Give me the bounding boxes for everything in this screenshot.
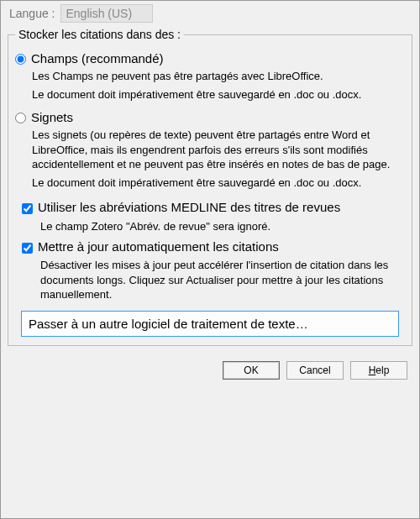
option-autoupdate-desc: Désactiver les mises à jour peut accélér… xyxy=(40,258,400,302)
option-medline-desc: Le champ Zotero "Abrév. de revue" sera i… xyxy=(40,219,400,234)
language-value: English (US) xyxy=(66,7,133,20)
option-bookmarks-desc2: Le document doit impérativement être sau… xyxy=(32,176,400,191)
store-citations-group: Stocker les citations dans des : Champs … xyxy=(8,28,412,346)
radio-fields[interactable] xyxy=(15,54,26,65)
checkbox-medline[interactable] xyxy=(22,203,33,214)
option-medline-title: Utiliser les abréviations MEDLINE des ti… xyxy=(38,200,340,216)
option-medline[interactable]: Utiliser les abréviations MEDLINE des ti… xyxy=(13,200,407,216)
option-bookmarks-title: Signets xyxy=(31,110,73,124)
language-row: Langue : English (US) xyxy=(1,1,419,28)
option-fields-desc1: Les Champs ne peuvent pas être partagés … xyxy=(32,69,400,84)
language-select[interactable]: English (US) xyxy=(60,4,153,23)
radio-bookmarks[interactable] xyxy=(15,113,26,123)
option-fields-title: Champs (recommandé) xyxy=(31,51,164,66)
switch-word-processor-button[interactable]: Passer à un autre logiciel de traitement… xyxy=(21,311,399,337)
checkbox-autoupdate[interactable] xyxy=(22,243,33,254)
option-autoupdate[interactable]: Mettre à jour automatiquement les citati… xyxy=(13,239,407,255)
help-label-rest: elp xyxy=(375,364,389,376)
ok-button[interactable]: OK xyxy=(223,361,280,380)
option-autoupdate-title: Mettre à jour automatiquement les citati… xyxy=(38,239,279,255)
option-bookmarks-desc1: Les signets (ou repères de texte) peuven… xyxy=(32,128,400,172)
dialog-button-row: OK Cancel Help xyxy=(1,353,419,388)
language-label: Langue : xyxy=(9,7,55,20)
option-fields[interactable]: Champs (recommandé) xyxy=(13,51,407,66)
option-bookmarks[interactable]: Signets xyxy=(13,110,407,124)
option-fields-desc2: Le document doit impérativement être sau… xyxy=(32,87,400,102)
cancel-button[interactable]: Cancel xyxy=(286,361,344,380)
help-button[interactable]: Help xyxy=(350,361,407,380)
group-legend: Stocker les citations dans des : xyxy=(15,28,184,41)
